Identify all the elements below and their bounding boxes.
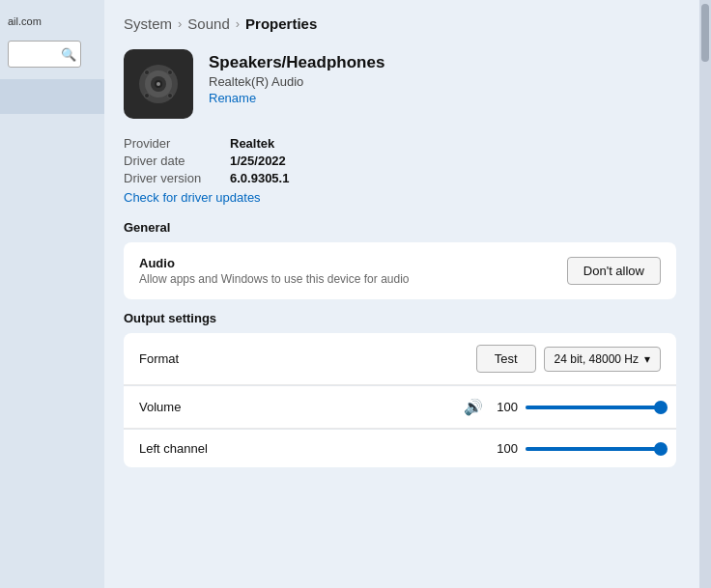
search-box[interactable]: 🔍 <box>8 41 81 68</box>
sidebar: ail.com 🔍 <box>0 0 104 588</box>
output-card: Format Test 24 bit, 48000 Hz ▾ Volume 🔊 … <box>124 333 676 467</box>
volume-slider[interactable] <box>526 406 661 409</box>
device-sub: Realtek(R) Audio <box>209 74 384 89</box>
volume-row: Volume 🔊 100 <box>124 386 676 429</box>
audio-row-title: Audio <box>139 256 410 270</box>
speaker-svg <box>133 59 184 109</box>
general-section-heading: General <box>124 220 676 235</box>
version-value: 6.0.9305.1 <box>230 171 676 185</box>
left-channel-slider-thumb[interactable] <box>654 442 668 456</box>
svg-point-7 <box>145 94 150 98</box>
svg-point-5 <box>145 70 150 75</box>
check-driver-updates-link[interactable]: Check for driver updates <box>124 190 676 205</box>
main-content: System › Sound › Properties Speakers/Hea… <box>104 0 699 588</box>
sidebar-email: ail.com <box>0 10 49 33</box>
svg-point-8 <box>168 94 173 98</box>
chevron-down-icon: ▾ <box>644 352 650 366</box>
audio-row-info: Audio Allow apps and Windows to use this… <box>139 256 410 286</box>
device-header: Speakers/Headphones Realtek(R) Audio Ren… <box>124 49 676 119</box>
audio-row-sub: Allow apps and Windows to use this devic… <box>139 272 410 286</box>
format-value: 24 bit, 48000 Hz <box>555 352 639 366</box>
audio-row: Audio Allow apps and Windows to use this… <box>124 242 676 299</box>
search-input[interactable] <box>14 47 61 61</box>
volume-value: 100 <box>491 400 518 414</box>
version-label: Driver version <box>124 171 230 185</box>
volume-slider-thumb[interactable] <box>654 401 668 414</box>
date-value: 1/25/2022 <box>230 154 676 168</box>
breadcrumb-sound[interactable]: Sound <box>187 15 229 32</box>
scrollbar[interactable] <box>699 0 711 588</box>
rename-link[interactable]: Rename <box>209 91 384 105</box>
dont-allow-button[interactable]: Don't allow <box>567 257 661 285</box>
device-name: Speakers/Headphones <box>209 53 384 72</box>
svg-point-6 <box>168 70 173 75</box>
device-info: Speakers/Headphones Realtek(R) Audio Ren… <box>209 49 384 105</box>
format-label: Format <box>139 351 179 366</box>
left-channel-controls: 100 <box>491 441 661 456</box>
breadcrumb-chevron-2: › <box>236 16 240 31</box>
breadcrumb-properties: Properties <box>245 15 317 32</box>
provider-value: Realtek <box>230 136 676 151</box>
volume-controls: 🔊 100 <box>464 398 661 416</box>
left-channel-value: 100 <box>491 441 518 456</box>
general-card: Audio Allow apps and Windows to use this… <box>124 242 676 299</box>
format-row: Format Test 24 bit, 48000 Hz ▾ <box>124 333 676 385</box>
breadcrumb: System › Sound › Properties <box>124 15 676 32</box>
date-label: Driver date <box>124 154 230 168</box>
format-select[interactable]: 24 bit, 48000 Hz ▾ <box>544 347 661 372</box>
driver-info: Provider Realtek Driver date 1/25/2022 D… <box>124 136 676 205</box>
svg-point-4 <box>156 82 160 86</box>
scrollbar-thumb[interactable] <box>701 4 709 62</box>
provider-label: Provider <box>124 136 230 151</box>
left-channel-row: Left channel 100 <box>124 430 676 467</box>
volume-slider-fill <box>526 406 661 409</box>
search-icon: 🔍 <box>61 47 76 62</box>
left-channel-slider-fill <box>526 447 661 451</box>
breadcrumb-system[interactable]: System <box>124 15 172 32</box>
breadcrumb-chevron-1: › <box>178 16 182 31</box>
left-channel-label: Left channel <box>139 441 208 456</box>
format-controls: Test 24 bit, 48000 Hz ▾ <box>476 345 661 373</box>
device-icon <box>124 49 193 119</box>
sidebar-highlight <box>0 79 104 114</box>
volume-label: Volume <box>139 400 181 414</box>
volume-icon: 🔊 <box>464 398 483 416</box>
output-section-heading: Output settings <box>124 311 676 325</box>
test-button[interactable]: Test <box>476 345 536 373</box>
left-channel-slider[interactable] <box>526 447 661 451</box>
